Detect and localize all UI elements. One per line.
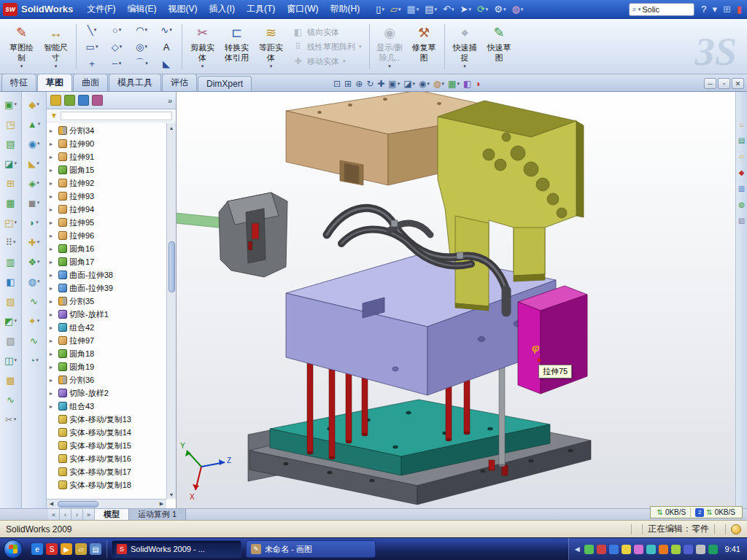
dropdown-arrow-icon[interactable]: ▾ — [145, 61, 148, 66]
dropdown-arrow-icon[interactable]: ▾ — [359, 44, 362, 50]
move-entities-button[interactable]: ✚ 移动实体 ▾ — [293, 56, 362, 67]
convert-entities-button[interactable]: ⊏ 转换实 体引用 — [220, 21, 254, 72]
feature-tree-item[interactable]: ▸ 切除-放样1 — [48, 308, 166, 321]
sketch-tool-icon[interactable]: ◗▾ — [29, 216, 38, 229]
camera-icon[interactable]: ◑ — [474, 79, 481, 89]
view-orientation-icon[interactable]: ▣▾ — [387, 79, 400, 89]
start-button[interactable] — [4, 540, 23, 559]
undo-icon[interactable]: ↶▾ — [441, 2, 456, 17]
spline-tool[interactable]: ∿▾ — [154, 22, 179, 39]
sketch-button[interactable]: ✎ 草图绘 制 ▾ — [4, 21, 39, 72]
expand-arrow-icon[interactable]: ▸ — [50, 128, 56, 134]
feature-tool-icon[interactable]: ⠿▾ — [5, 236, 15, 249]
feature-tree-item[interactable]: ▸ 拉伸93 — [48, 190, 166, 203]
dropdown-arrow-icon[interactable]: ▾ — [343, 58, 346, 64]
search-box[interactable]: ⌕ ▾ — [629, 3, 694, 16]
trim-entities-button[interactable]: ✂ 剪裁实 体 ▾ — [185, 21, 220, 72]
expand-arrow-icon[interactable]: ▸ — [50, 298, 56, 305]
feature-tool-icon[interactable]: ◫▾ — [4, 354, 17, 367]
circle-tool[interactable]: ○▾ — [104, 22, 129, 39]
feature-tree-item[interactable]: ▸ 曲面-拉伸39 — [48, 281, 166, 295]
feature-tool-icon[interactable]: ⊞ — [7, 176, 15, 190]
sketch-tool-icon[interactable]: ◉▾ — [28, 137, 40, 150]
tray-icon[interactable] — [696, 545, 705, 554]
scroll-up-icon[interactable]: ▲ — [169, 123, 174, 132]
sketch-tool-icon[interactable]: ✦▾ — [28, 314, 39, 327]
feature-tree-item[interactable]: ▸ 切除-放样2 — [48, 386, 166, 400]
tab-nav-button[interactable]: ‹ — [60, 509, 71, 520]
sketch-tool-icon[interactable]: ▲▾ — [28, 117, 40, 131]
feature-tool-icon[interactable]: ▩ — [6, 373, 15, 386]
dropdown-arrow-icon[interactable]: ▾ — [270, 63, 273, 69]
expand-arrow-icon[interactable]: ▸ — [50, 364, 56, 370]
repair-sketch-button[interactable]: ⚒ 修复草 图 — [407, 21, 441, 72]
expand-arrow-icon[interactable]: ▸ — [50, 259, 56, 265]
feature-tree-item[interactable]: ▸ 实体-移动/复制15 — [48, 439, 166, 452]
tray-icon[interactable] — [634, 545, 643, 554]
hide-show-icon[interactable]: ◉▾ — [418, 79, 430, 89]
feature-tree-item[interactable]: ▸ 拉伸91 — [48, 150, 166, 163]
tray-icon[interactable] — [684, 545, 693, 554]
expand-arrow-icon[interactable]: ▸ — [50, 377, 56, 384]
minimize-button[interactable]: ─ — [704, 78, 716, 89]
menu-item[interactable]: 文件(F) — [82, 1, 120, 18]
ribbon-tab[interactable]: 模具工具 — [109, 74, 161, 91]
sketch-tool-icon[interactable]: ✚▾ — [28, 236, 39, 249]
dropdown-arrow-icon[interactable]: ▾ — [14, 101, 17, 107]
tree-vertical-scrollbar[interactable]: ▲ ▼ — [166, 123, 176, 499]
smart-dimension-button[interactable]: ↔ 智能尺 寸 ▾ — [39, 21, 73, 72]
dropdown-arrow-icon[interactable]: ▾ — [38, 121, 41, 127]
expand-arrow-icon[interactable]: ▸ — [50, 180, 56, 187]
feature-tree-item[interactable]: ▸ 拉伸95 — [48, 216, 166, 229]
linear-sketch-pattern-button[interactable]: ⠿ 线性草图阵列 ▾ — [293, 42, 362, 52]
expand-arrow-icon[interactable]: ▸ — [50, 324, 56, 331]
dropdown-arrow-icon[interactable]: ▾ — [120, 44, 123, 50]
feature-tree-item[interactable]: ▸ 实体-移动/复制14 — [48, 426, 166, 439]
feature-tree-item[interactable]: ▸ 拉伸96 — [48, 229, 166, 242]
feature-tree-item[interactable]: ▸ 圆角18 — [48, 347, 166, 360]
dropdown-arrow-icon[interactable]: ▾ — [37, 200, 40, 206]
dropdown-arrow-icon[interactable]: ▾ — [13, 239, 16, 245]
dropdown-arrow-icon[interactable]: ▾ — [388, 63, 391, 69]
dropdown-arrow-icon[interactable]: ▾ — [37, 259, 40, 265]
tray-icon[interactable] — [584, 545, 594, 554]
tray-icon[interactable] — [609, 545, 619, 554]
dropdown-arrow-icon[interactable]: ▾ — [427, 81, 430, 87]
sketch-tool-icon[interactable]: ∿ — [30, 334, 38, 347]
zoom-fit-icon[interactable]: ⊡ — [333, 79, 341, 89]
sketch-tool-icon[interactable]: ◔▾ — [29, 354, 38, 367]
dropdown-arrow-icon[interactable]: ▾ — [55, 63, 58, 69]
expand-arrow-icon[interactable]: ▸ — [50, 206, 56, 213]
configurationmanager-tab-icon[interactable] — [78, 95, 89, 106]
quick-snaps-button[interactable]: ⌖ 快速捕 捉 ▾ — [448, 21, 482, 72]
zoom-area-icon[interactable]: ⊞ — [344, 79, 352, 89]
expand-arrow-icon[interactable]: ▸ — [50, 338, 56, 344]
dropdown-arrow-icon[interactable]: ▾ — [119, 61, 122, 66]
feature-tool-icon[interactable]: ◰▾ — [4, 216, 17, 229]
ribbon-tab[interactable]: 评估 — [162, 74, 197, 91]
taskbar-window-paint[interactable]: ✎ 未命名 - 画图 — [246, 540, 376, 558]
net-badge-icon[interactable]: 2 — [695, 508, 704, 517]
feature-tool-icon[interactable]: ▤ — [6, 137, 15, 150]
dropdown-arrow-icon[interactable]: ▾ — [37, 279, 40, 284]
feature-tree-item[interactable]: ▸ 分割36 — [48, 373, 166, 386]
dropdown-arrow-icon[interactable]: ▾ — [36, 180, 39, 186]
feature-tree-item[interactable]: ▸ 拉伸90 — [48, 137, 166, 150]
feature-tree-item[interactable]: ▸ 实体-移动/复制16 — [48, 452, 166, 465]
menu-item[interactable]: 工具(T) — [241, 1, 280, 18]
polygon-tool[interactable]: ◇▾ — [104, 39, 129, 55]
toolbox-icon[interactable]: ◆ — [739, 169, 745, 176]
options-icon[interactable]: ⚙▾ — [492, 2, 508, 17]
expand-arrow-icon[interactable]: ▸ — [50, 219, 56, 226]
status-help-icon[interactable] — [731, 524, 741, 534]
scroll-down-icon[interactable]: ▼ — [169, 490, 174, 499]
expand-arrow-icon[interactable]: ▸ — [50, 285, 56, 292]
dropdown-arrow-icon[interactable]: ▾ — [14, 416, 17, 422]
feature-tree-item[interactable]: ▸ 圆角15 — [48, 163, 166, 176]
appearance-icon[interactable]: ◍▾ — [433, 79, 445, 89]
expand-arrow-icon[interactable]: ▸ — [50, 272, 56, 279]
dropdown-arrow-icon[interactable]: ▾ — [94, 27, 97, 33]
expand-arrow-icon[interactable]: ▸ — [50, 311, 56, 318]
dropdown-arrow-icon[interactable]: ▾ — [14, 160, 17, 166]
select-icon[interactable]: ➤▾ — [458, 2, 473, 17]
